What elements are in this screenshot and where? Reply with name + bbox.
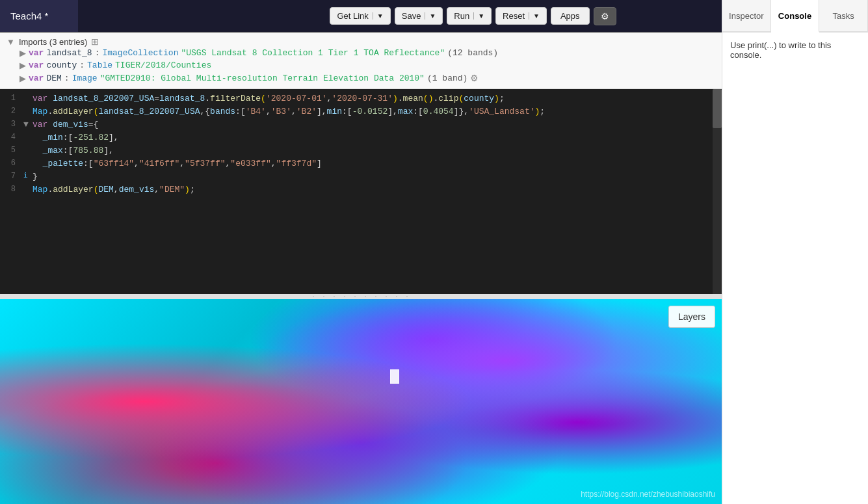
import-item-dem: ▶ var DEM : Image "GMTED2010: Global Mul… <box>7 72 715 85</box>
reset-caret: ▼ <box>529 12 540 20</box>
code-line-2: 2 Map.addLayer(landsat_8_202007_USA,{ban… <box>0 106 722 119</box>
gear-icon: ⚙ <box>601 11 609 21</box>
resize-handle[interactable]: · · · · · · · · · · <box>0 294 722 299</box>
tab-tasks[interactable]: Tasks <box>819 0 868 31</box>
scroll-track <box>713 89 722 294</box>
main-layout: ▼ Imports (3 entries) ⊞ ▶ var landsat_8 … <box>0 33 868 504</box>
imports-toggle[interactable]: ▼ <box>7 37 15 47</box>
code-line-5: 5 _max:[785.88], <box>0 145 722 158</box>
import-expand-3[interactable]: ▶ <box>20 73 26 83</box>
get-link-caret: ▼ <box>373 12 384 20</box>
watermark-text: https://blog.csdn.net/zhebushibiaoshifu <box>581 490 715 499</box>
app-title: Teach4 * <box>0 0 78 32</box>
settings-button[interactable]: ⚙ <box>594 7 616 25</box>
editor-area: ▼ Imports (3 entries) ⊞ ▶ var landsat_8 … <box>0 33 722 504</box>
scroll-thumb[interactable] <box>713 89 722 128</box>
imports-title: Imports (3 entries) <box>19 37 87 47</box>
code-line-4: 4 _min:[-251.82], <box>0 132 722 145</box>
tab-inspector[interactable]: Inspector <box>722 0 771 31</box>
layers-label: Layers <box>678 312 705 322</box>
apps-label: Apps <box>560 11 580 21</box>
apps-button[interactable]: Apps <box>551 7 590 25</box>
map-area[interactable]: Layers https://blog.csdn.net/zhebushibia… <box>0 299 722 504</box>
title-text: Teach4 * <box>10 10 48 21</box>
right-tabs: Inspector Console Tasks <box>722 0 868 33</box>
console-text: Use print(...) to write to this console. <box>730 40 831 60</box>
reset-button[interactable]: Reset ▼ <box>495 7 547 25</box>
import-item-county: ▶ var county : Table TIGER/2018/Counties <box>7 59 715 72</box>
get-link-button[interactable]: Get Link ▼ <box>330 7 390 25</box>
code-lines: 1 var landsat_8_202007_USA=landsat_8.fil… <box>0 89 722 201</box>
code-line-7: 7 i } <box>0 171 722 184</box>
code-line-1: 1 var landsat_8_202007_USA=landsat_8.fil… <box>0 93 722 106</box>
imports-bar: ▼ Imports (3 entries) ⊞ ▶ var landsat_8 … <box>0 33 722 89</box>
map-canvas <box>0 299 722 504</box>
get-link-label: Get Link <box>337 11 368 21</box>
import-expand-2[interactable]: ▶ <box>20 60 26 70</box>
save-caret: ▼ <box>425 12 436 20</box>
run-label: Run <box>454 11 469 21</box>
console-content: Use print(...) to write to this console. <box>722 33 868 68</box>
layers-panel[interactable]: Layers <box>668 306 715 328</box>
code-editor[interactable]: 1 var landsat_8_202007_USA=landsat_8.fil… <box>0 89 722 294</box>
imports-header: ▼ Imports (3 entries) ⊞ <box>7 36 715 47</box>
map-indicator <box>390 369 399 384</box>
code-line-3: 3 ▼ var dem_vis={ <box>0 119 722 132</box>
import-expand-1[interactable]: ▶ <box>20 48 26 58</box>
copy-icon[interactable]: ⊞ <box>91 36 99 47</box>
import-item-landsat: ▶ var landsat_8 : ImageCollection "USGS … <box>7 47 715 59</box>
reset-label: Reset <box>503 11 525 21</box>
code-line-8: 8 Map.addLayer(DEM,dem_vis,"DEM"); <box>0 184 722 197</box>
code-line-6: 6 _palette:["63ff14","41f6ff","5f37ff","… <box>0 158 722 171</box>
save-button[interactable]: Save ▼ <box>395 7 443 25</box>
tab-console[interactable]: Console <box>771 0 820 33</box>
save-label: Save <box>402 11 421 21</box>
editor-scrollbar[interactable] <box>713 89 722 294</box>
right-panel: Inspector Console Tasks Use print(...) t… <box>722 0 868 504</box>
run-button[interactable]: Run ▼ <box>447 7 492 25</box>
dem-gear-icon[interactable]: ⚙ <box>470 73 479 83</box>
run-caret: ▼ <box>473 12 484 20</box>
